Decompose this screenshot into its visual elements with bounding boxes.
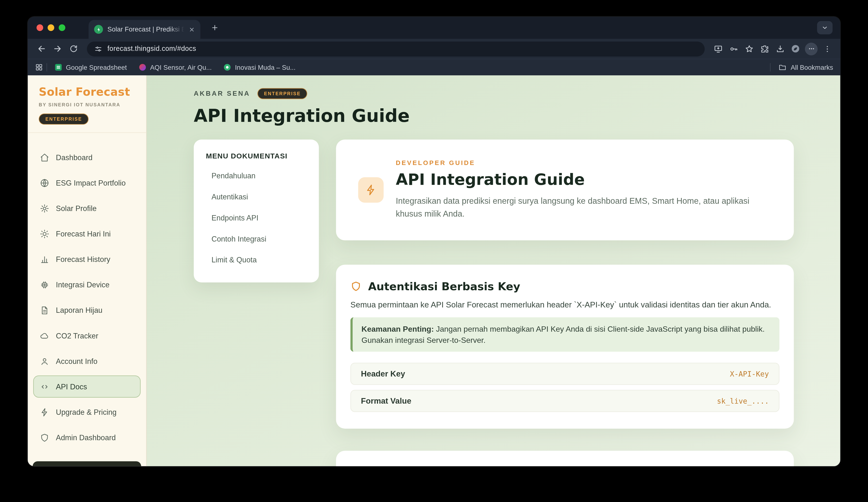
sidebar-item-upgrade-pricing[interactable]: Upgrade & Pricing [33,401,141,423]
bookmark-page-button[interactable] [741,41,757,57]
bookmark-inovasi-muda[interactable]: Inovasi Muda – Su... [224,63,296,71]
apps-grid-button[interactable] [35,63,43,71]
lightning-badge [358,177,384,203]
divider [46,63,47,71]
install-monitor-icon [713,44,723,53]
kv-label: Format Value [361,397,411,406]
sun-icon [40,229,49,238]
sidebar-item-solar-profile[interactable]: Solar Profile [33,197,141,219]
bookmark-google-spreadsheet[interactable]: Google Spreadsheet [55,63,127,71]
toolbar-actions [710,41,835,57]
profile-dots-icon [808,45,815,52]
sidebar-item-account-info[interactable]: Account Info [33,350,141,372]
page-content: Solar Forecast BY SINERGI IOT NUSANTARA … [28,75,840,467]
tab-search-button[interactable] [817,21,833,34]
tab-close-button[interactable] [189,27,195,32]
browser-tab[interactable]: Solar Forecast | Prediksi Ener [89,20,200,39]
user-name-label: AKBAR SENA [194,90,250,98]
shield-icon [350,281,362,292]
address-bar[interactable]: forecast.thingsid.com/#docs [87,41,705,56]
auth-title-row: Autentikasi Berbasis Key [350,280,779,293]
browser-toolbar: forecast.thingsid.com/#docs [28,39,840,59]
format-value-row: Format Value sk_live_.... [350,390,779,412]
globe-icon [40,178,49,187]
security-callout: Keamanan Penting: Jangan pernah membagik… [350,317,779,352]
plus-icon [211,24,219,31]
all-bookmarks-label: All Bookmarks [791,63,833,71]
user-icon [40,356,49,366]
chip-icon [40,280,49,289]
sidebar-item-label: CO2 Tracker [56,331,98,340]
main-area: AKBAR SENA ENTERPRISE API Integration Gu… [147,75,840,467]
reload-button[interactable] [65,41,81,57]
downloads-button[interactable] [772,41,788,57]
sidebar-item-forecast-hari-ini[interactable]: Forecast Hari Ini [33,223,141,245]
puzzle-icon [760,44,769,53]
apps-grid-icon [35,63,43,71]
screen: Solar Forecast | Prediksi Ener [0,0,868,502]
all-bookmarks-button[interactable]: All Bookmarks [770,63,833,71]
minimize-window-button[interactable] [48,24,54,31]
doc-menu-item-endpoints-api[interactable]: Endpoints API [206,207,307,228]
window-controls [37,24,65,31]
sidebar-item-label: Integrasi Device [56,280,110,289]
tab-title: Solar Forecast | Prediksi Ener [107,25,184,33]
browser-menu-button[interactable] [819,41,835,57]
doc-menu-item-pendahuluan[interactable]: Pendahuluan [206,165,307,186]
passwords-button[interactable] [726,41,741,57]
bookmark-aqi-sensor[interactable]: AQI Sensor, Air Qu... [139,63,212,71]
doc-menu-item-contoh-integrasi[interactable]: Contoh Integrasi [206,228,307,249]
page-title: API Integration Guide [194,105,794,126]
back-button[interactable] [33,41,49,57]
bookmark-label: AQI Sensor, Air Qu... [150,63,212,71]
docs-menu-card: MENU DOKUMENTASI Pendahuluan Autentikasi… [194,140,319,283]
enterprise-badge: ENTERPRISE [257,88,307,99]
enterprise-badge: ENTERPRISE [39,114,89,125]
auth-section-card: Autentikasi Berbasis Key Semua permintaa… [336,264,794,429]
close-icon [189,27,195,32]
hero-title: API Integration Guide [396,171,766,189]
docs-content-column: DEVELOPER GUIDE API Integration Guide In… [336,140,794,467]
forward-button[interactable] [49,41,65,57]
lightning-icon [365,184,377,196]
sidebar-item-forecast-history[interactable]: Forecast History [33,248,141,270]
sidebar-item-dashboard[interactable]: Dashboard [33,146,141,168]
zoom-window-button[interactable] [59,24,65,31]
sidebar-item-co2-tracker[interactable]: CO2 Tracker [33,325,141,347]
sidebar-item-label: ESG Impact Portfolio [56,178,126,187]
lightning-icon [40,407,49,417]
chevron-down-icon [822,24,828,31]
doc-menu-item-limit-quota[interactable]: Limit & Quota [206,249,307,270]
brand-subtitle: BY SINERGI IOT NUSANTARA [39,102,135,107]
doc-menu-item-autentikasi[interactable]: Autentikasi [206,186,307,207]
star-icon [744,44,754,53]
bookmark-label: Inovasi Muda – Su... [235,63,296,71]
code-icon [40,382,49,391]
site-settings-icon [94,44,102,53]
bar-chart-icon [40,254,49,264]
new-tab-button[interactable] [207,20,223,35]
extensions-button[interactable] [757,41,772,57]
sidebar-item-label: Laporan Hijau [56,306,102,314]
sidebar-bottom-card [33,461,141,467]
install-app-button[interactable] [710,41,726,57]
profile-avatar[interactable] [805,42,818,55]
home-icon [40,153,49,162]
document-icon [40,306,49,315]
kv-value: X-API-Key [730,370,769,378]
url-text: forecast.thingsid.com/#docs [107,45,196,53]
sidebar-item-api-docs[interactable]: API Docs [33,376,141,398]
page-header-meta: AKBAR SENA ENTERPRISE [194,88,794,100]
arrow-right-icon [52,44,62,54]
sidebar-item-label: Forecast History [56,255,111,263]
hero-eyebrow: DEVELOPER GUIDE [396,160,766,166]
cloud-icon [40,331,49,340]
sidebar-item-admin-dashboard[interactable]: Admin Dashboard [33,427,141,449]
leaf-badge-icon [790,44,800,54]
sidebar-item-laporan-hijau[interactable]: Laporan Hijau [33,299,141,321]
sidebar-item-integrasi-device[interactable]: Integrasi Device [33,274,141,296]
shield-icon [40,433,49,442]
sidebar-item-esg-impact-portfolio[interactable]: ESG Impact Portfolio [33,172,141,194]
adblock-extension-button[interactable] [788,41,803,57]
close-window-button[interactable] [37,24,43,31]
